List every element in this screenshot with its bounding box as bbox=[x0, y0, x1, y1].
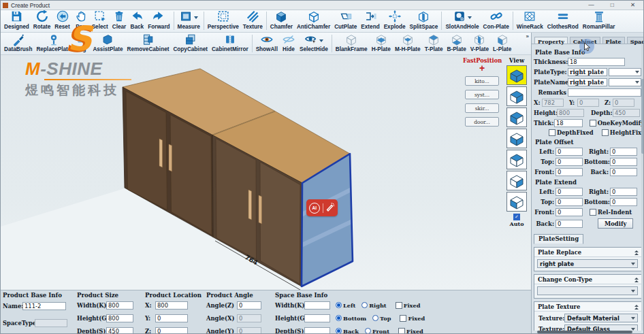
thick-input[interactable]: 18 bbox=[554, 119, 583, 127]
toolbar-item-splitspace[interactable]: SplitSpace bbox=[408, 10, 440, 31]
width-input[interactable]: 800 bbox=[106, 301, 133, 310]
fast-position-button-door[interactable]: door... bbox=[465, 117, 499, 127]
remarks-input[interactable] bbox=[568, 88, 641, 97]
toolbar-item-explode[interactable]: Explode bbox=[382, 10, 408, 31]
toolbar-item-assistplate[interactable]: AssistPlate bbox=[91, 33, 125, 54]
right-offset-input[interactable]: 0 bbox=[610, 148, 637, 156]
back-offset-input[interactable]: 0 bbox=[610, 168, 637, 176]
toolbar-item-cutplate[interactable]: CutPlate bbox=[332, 10, 359, 31]
height-fixed-checkbox[interactable] bbox=[602, 129, 609, 136]
toolbar-item-winerack[interactable]: WineRack bbox=[515, 10, 545, 31]
height-input[interactable]: 800 bbox=[106, 314, 133, 322]
right-panel-horizontal-scrollbar[interactable] bbox=[537, 331, 632, 333]
change-con-type-section-header[interactable]: Change Con-Type bbox=[534, 275, 642, 284]
view-orientation-button-5[interactable] bbox=[506, 150, 527, 169]
toolbar-item-pan[interactable]: Pan bbox=[72, 10, 90, 31]
angle-z-input[interactable]: 0 bbox=[237, 301, 261, 310]
view-orientation-button-3[interactable] bbox=[506, 107, 527, 127]
toolbar-item-measure[interactable]: Measure bbox=[176, 10, 202, 31]
radio-bottom[interactable] bbox=[336, 315, 342, 321]
toolbar-item-chamfer[interactable]: Chamfer bbox=[268, 10, 295, 31]
toolbar-item-romanpillar[interactable]: RomanPillar bbox=[581, 10, 617, 31]
toolbar-item-forward[interactable]: Forward bbox=[146, 10, 172, 31]
collapse-icon[interactable] bbox=[634, 305, 639, 310]
depth-input[interactable]: 450 bbox=[106, 327, 133, 334]
dropdown-arrow-icon[interactable] bbox=[194, 16, 198, 19]
ai-icon[interactable]: AI bbox=[309, 203, 320, 214]
top-offset-input[interactable]: 0 bbox=[556, 158, 583, 166]
toolbar-item-designed[interactable]: Designed bbox=[2, 10, 31, 31]
scrollbar-thumb[interactable] bbox=[641, 79, 644, 154]
toolbar-item-antichamfer[interactable]: AntiChamfer bbox=[295, 10, 332, 31]
toolbar-item-selecthide[interactable]: SelectHide bbox=[297, 33, 330, 54]
toolbar-item-back[interactable]: Back bbox=[128, 10, 146, 31]
front-offset-input[interactable]: 0 bbox=[556, 168, 583, 176]
right-panel-vertical-scrollbar[interactable] bbox=[641, 45, 644, 331]
toolbar-item-cabinetmirror[interactable]: CabinetMirror bbox=[210, 33, 251, 54]
left-offset-input[interactable]: 0 bbox=[556, 148, 583, 156]
toolbar-item-reset[interactable]: Reset bbox=[52, 10, 71, 31]
top-offset-input[interactable]: 0 bbox=[556, 198, 583, 206]
edit-wand-icon[interactable] bbox=[325, 202, 335, 214]
z-location-input[interactable]: 0 bbox=[155, 327, 188, 334]
name-input[interactable]: 111-2 bbox=[22, 302, 66, 310]
plate-name-dropdown[interactable] bbox=[609, 78, 641, 86]
space-h-input[interactable] bbox=[304, 314, 330, 322]
toolbar-item-m-h-plate[interactable]: M-H-Plate bbox=[393, 33, 423, 54]
toolbar-item-select[interactable]: Select bbox=[90, 10, 110, 31]
bottom-offset-input[interactable]: 0 bbox=[610, 158, 637, 166]
toolbar-item-hide[interactable]: Hide bbox=[280, 33, 297, 54]
space-d-input[interactable] bbox=[304, 327, 330, 334]
fixed-checkbox[interactable] bbox=[400, 315, 406, 322]
ai-assistant-pill[interactable]: AI bbox=[306, 199, 338, 216]
viewport-3d[interactable]: 764 M-SHINE 煜鸣智能科技 AI FastPosition + kit… bbox=[1, 55, 531, 290]
change-con-type-dropdown[interactable] bbox=[537, 286, 638, 295]
view-orientation-button-2[interactable] bbox=[506, 86, 527, 106]
toolbar-item-copycabinet[interactable]: CopyCabinet bbox=[171, 33, 210, 54]
fast-position-button-syst[interactable]: syst... bbox=[465, 90, 499, 99]
toolbar-item-t-plate[interactable]: T-Plate bbox=[423, 33, 445, 54]
rel-indent-checkbox[interactable] bbox=[590, 209, 596, 216]
radio-front[interactable] bbox=[365, 328, 371, 334]
tab-cabinet[interactable]: Cabinet bbox=[570, 37, 600, 44]
tab-property[interactable]: Property bbox=[534, 37, 568, 44]
y-location-input[interactable]: 0 bbox=[155, 314, 188, 322]
toolbar-item-databrush[interactable]: DataBrush bbox=[2, 33, 34, 54]
toolbar-item-rotate[interactable]: Rotate bbox=[31, 10, 52, 31]
toolbar-item-clear[interactable]: Clear bbox=[110, 10, 128, 31]
collapse-icon[interactable] bbox=[634, 278, 639, 282]
toolbar-item-h-plate[interactable]: H-Plate bbox=[370, 33, 393, 54]
close-button[interactable]: ✕ bbox=[630, 1, 635, 9]
left-offset-input[interactable]: 0 bbox=[556, 188, 583, 196]
toolbar-item-con-plate[interactable]: Con-Plate bbox=[481, 10, 511, 31]
view-orientation-button-7[interactable] bbox=[506, 192, 527, 212]
tab-spacetree[interactable]: SpaceTree bbox=[627, 37, 644, 44]
plate-type-dropdown[interactable] bbox=[609, 68, 641, 76]
plate-replace-section-header[interactable]: Plate Replace bbox=[534, 248, 642, 257]
toolbar-item-v-plate[interactable]: V-Plate bbox=[468, 33, 491, 54]
toolbar-item-texture[interactable]: Texture bbox=[241, 10, 265, 31]
toolbar-item-l-plate[interactable]: L-Plate bbox=[491, 33, 513, 54]
toolbar-item-clothesrod[interactable]: ClothesRod bbox=[545, 10, 581, 31]
collapse-icon[interactable] bbox=[634, 250, 639, 255]
toolbar-item-removecabinet[interactable]: RemoveCabinet bbox=[125, 33, 172, 54]
dropdown-arrow-icon[interactable] bbox=[319, 39, 323, 42]
texture2-dropdown[interactable]: Default Glass bbox=[564, 324, 638, 331]
bottom-offset-input[interactable]: 0 bbox=[610, 198, 637, 206]
depth-fixed-checkbox[interactable] bbox=[549, 129, 556, 136]
fast-position-button-skir[interactable]: skir... bbox=[465, 103, 499, 113]
plate-texture-section-header[interactable]: Plate Texture bbox=[534, 302, 642, 312]
right-offset-input[interactable]: 0 bbox=[610, 188, 637, 196]
toolbar-item-slotandhole[interactable]: SlotAndHole bbox=[443, 10, 481, 31]
add-position-button[interactable]: + bbox=[463, 64, 501, 72]
toolbar-item-extend[interactable]: Extend bbox=[359, 10, 381, 31]
plate-setting-tab[interactable]: PlateSetting bbox=[534, 234, 583, 244]
fast-position-button-kito[interactable]: kito... bbox=[465, 76, 499, 86]
toolbar-item-replaceplate[interactable]: ReplacePlate bbox=[34, 33, 73, 54]
view-orientation-button-6[interactable] bbox=[506, 171, 527, 190]
front-extend-input[interactable]: 0 bbox=[556, 208, 583, 216]
radio-left[interactable] bbox=[336, 302, 342, 308]
view-orientation-button-4[interactable] bbox=[506, 129, 527, 148]
fixed-checkbox[interactable] bbox=[396, 302, 402, 309]
thickness-input[interactable]: 18 bbox=[568, 58, 625, 66]
